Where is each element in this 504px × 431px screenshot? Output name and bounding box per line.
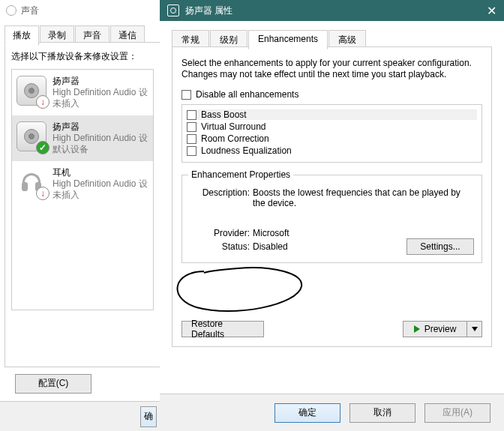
speaker-icon: ✓ (16, 121, 46, 151)
enhancement-list[interactable]: Bass Boost Virtual Surround Room Correct… (182, 104, 482, 163)
sound-instruction: 选择以下播放设备来修改设置： (11, 50, 154, 63)
unplugged-badge-icon: ↓ (36, 95, 50, 109)
enh-checkbox[interactable] (187, 110, 196, 120)
status-label: Status: (190, 241, 250, 252)
enh-label: Bass Boost (201, 109, 247, 120)
tab-enhancements[interactable]: Enhancements (248, 30, 328, 49)
device-name: 耳机 (52, 167, 148, 178)
list-item[interactable]: ↓ 扬声器 High Definition Audio 设 未插入 (12, 70, 153, 115)
restore-defaults-button[interactable]: Restore Defaults (182, 321, 264, 337)
unplugged-badge-icon: ↓ (36, 187, 50, 200)
play-icon (414, 325, 420, 333)
disable-all-checkbox[interactable] (182, 90, 191, 100)
disable-all-label: Disable all enhancements (196, 89, 298, 100)
speaker-icon (167, 4, 179, 16)
device-name: 扬声器 (52, 121, 148, 133)
ok-button-cutoff[interactable]: 确 (140, 406, 157, 427)
speaker-properties-window: 扬声器 属性 ✕ 常规 级别 Enhancements 高级 Select th… (160, 0, 504, 431)
preview-dropdown-button[interactable] (467, 321, 482, 337)
device-driver: High Definition Audio 设 (52, 133, 148, 144)
sound-window: 声音 播放 录制 声音 通信 选择以下播放设备来修改设置： ↓ 扬声器 High… (0, 0, 160, 431)
enhancements-description: Select the enhancements to apply for you… (182, 58, 482, 80)
dialog-footer: 确定 取消 应用(A) (160, 394, 504, 431)
preview-button[interactable]: Preview (403, 321, 467, 337)
device-driver: High Definition Audio 设 (52, 178, 148, 190)
device-name: 扬声器 (52, 76, 148, 87)
enhancements-page: Select the enhancements to apply for you… (172, 46, 492, 347)
device-driver: High Definition Audio 设 (52, 87, 148, 98)
list-item[interactable]: ✓ 扬声器 High Definition Audio 设 默认设备 (12, 115, 153, 161)
list-item[interactable]: ↓ 耳机 High Definition Audio 设 未插入 (12, 161, 153, 207)
enh-checkbox[interactable] (187, 146, 196, 156)
device-state: 未插入 (52, 190, 148, 201)
preview-label: Preview (424, 324, 457, 334)
default-badge-icon: ✓ (36, 141, 50, 154)
enh-label: Loudness Equalization (201, 145, 292, 156)
enhancement-properties-group: Enhancement Properties Description: Boos… (182, 175, 482, 263)
device-state: 默认设备 (52, 144, 148, 155)
enh-checkbox[interactable] (187, 122, 196, 132)
description-label: Description: (190, 187, 250, 208)
status-value: Disabled (253, 241, 288, 252)
playback-device-list[interactable]: ↓ 扬声器 High Definition Audio 设 未插入 ✓ 扬声器 … (11, 69, 154, 310)
close-icon[interactable]: ✕ (487, 4, 496, 18)
titlebar[interactable]: 扬声器 属性 ✕ (160, 0, 504, 21)
device-state: 未插入 (52, 98, 148, 109)
settings-button[interactable]: Settings... (406, 238, 474, 255)
tab-playback[interactable]: 播放 (4, 25, 39, 46)
description-value: Boosts the lowest frequencies that can b… (253, 187, 474, 208)
cancel-button[interactable]: 取消 (350, 403, 416, 423)
headphone-icon: ↓ (16, 167, 46, 197)
enh-label: Room Correction (201, 133, 269, 144)
configure-button[interactable]: 配置(C) (15, 374, 92, 394)
window-title: 扬声器 属性 (185, 4, 232, 17)
provider-label: Provider: (190, 228, 250, 238)
ok-button[interactable]: 确定 (274, 403, 340, 423)
sound-tab-page: 选择以下播放设备来修改设置： ↓ 扬声器 High Definition Aud… (4, 42, 160, 367)
sound-window-title: 声音 (21, 4, 39, 17)
provider-value: Microsoft (253, 228, 290, 238)
apply-button[interactable]: 应用(A) (424, 403, 490, 423)
group-legend: Enhancement Properties (188, 169, 293, 180)
chevron-down-icon (472, 327, 478, 331)
enh-label: Virtual Surround (201, 121, 266, 132)
enh-checkbox[interactable] (187, 134, 196, 144)
sound-footer: 确 (0, 401, 160, 431)
speaker-icon: ↓ (16, 76, 46, 106)
speaker-cpl-icon (6, 5, 16, 16)
